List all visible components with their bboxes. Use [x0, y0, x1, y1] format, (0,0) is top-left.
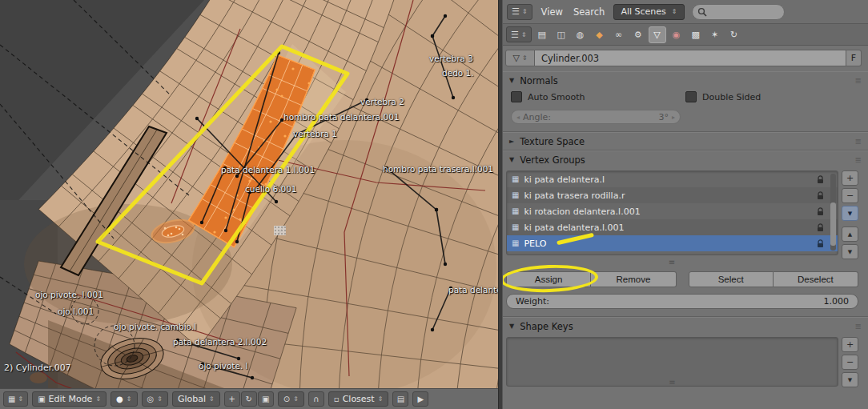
vgroup-icon: ▦	[512, 239, 519, 247]
lock-icon[interactable]	[816, 239, 825, 248]
panel-grip-icon[interactable]: ≣	[855, 76, 862, 85]
snap-mode-dropdown[interactable]: ▫ Closest ⇕	[328, 391, 389, 407]
lock-icon[interactable]	[816, 207, 825, 216]
3d-viewport[interactable]: vertebra 3 dedo 1. vertebra 2 hombro pat…	[0, 0, 498, 409]
pivot-point-dropdown[interactable]: ◎ ⇕	[142, 391, 168, 407]
remove-button[interactable]: Remove	[591, 271, 676, 287]
slider-left-arrow-icon[interactable]: ◂	[516, 114, 520, 121]
mode-dropdown[interactable]: ▣ Edit Mode ⇕	[32, 391, 106, 407]
remove-shape-key-button[interactable]: −	[842, 355, 858, 370]
angle-slider[interactable]: ◂ Angle: 3° ▸	[511, 110, 681, 124]
shape-keys-body: ≡ + − ▼	[503, 335, 868, 387]
texture-space-panel-header[interactable]: ► Texture Space ≣	[503, 133, 868, 150]
manipulator-group: + ↻ ▣	[224, 391, 274, 407]
add-shape-key-button[interactable]: +	[842, 337, 858, 352]
vertex-group-list: ▦ ki pata delantera.l ▦ ki pata trasera …	[506, 170, 838, 255]
move-group-up-button[interactable]: ▲	[842, 227, 858, 242]
tab-texture[interactable]: ▩	[687, 26, 705, 43]
manipulator-rotate-button[interactable]: ↻	[241, 391, 257, 407]
normals-panel-header[interactable]: ▼ Normals ≣	[503, 72, 868, 89]
tab-object[interactable]: ◆	[591, 26, 609, 43]
shape-keys-panel-header[interactable]: ▼ Shape Keys ≣	[503, 318, 868, 335]
snap-toggle-button[interactable]: ∩	[308, 391, 324, 407]
vertex-group-specials-button[interactable]: ▼	[842, 206, 858, 221]
panel-grip-icon[interactable]: ≣	[855, 322, 862, 331]
vertex-group-row[interactable]: ▦ ki rotacion delantera.l.001	[507, 203, 838, 219]
render-anim-button[interactable]: ▶	[412, 391, 428, 407]
weight-slider[interactable]: Weight: 1.000	[506, 294, 858, 309]
plus-icon: +	[846, 339, 854, 350]
remove-vertex-group-button[interactable]: −	[842, 188, 858, 203]
search-input[interactable]	[710, 6, 779, 17]
slider-right-arrow-icon[interactable]: ▸	[672, 114, 675, 121]
move-group-down-button[interactable]: ▼	[842, 244, 858, 259]
deselect-button[interactable]: Deselect	[774, 271, 858, 287]
tab-material[interactable]: ◉	[668, 26, 685, 43]
modifiers-wrench-icon: ⚙	[634, 30, 642, 40]
vertex-group-name: ki rotacion delantera.l.001	[524, 207, 640, 217]
tab-particles[interactable]: ✶	[706, 26, 724, 43]
magnet-icon: ∩	[313, 395, 319, 403]
tab-constraints[interactable]: ∞	[610, 26, 628, 43]
select-button[interactable]: Select	[689, 271, 774, 287]
panel-title: Normals	[520, 75, 558, 86]
tab-object-data[interactable]: ▽	[649, 26, 666, 43]
datablock-name-field[interactable]: Cylinder.003	[535, 50, 846, 66]
vertex-group-name: ki pata delantera.l	[524, 174, 605, 185]
render-image-button[interactable]: ▤	[392, 391, 408, 407]
vertex-group-row[interactable]: ▦ ki pata delantera.l	[507, 171, 838, 187]
editor-type-button[interactable]: ☰ ⇕	[506, 26, 532, 42]
menu-view[interactable]: View	[540, 6, 565, 18]
auto-smooth-checkbox[interactable]	[511, 91, 522, 102]
menu-search[interactable]: Search	[572, 6, 607, 18]
add-vertex-group-button[interactable]: +	[842, 170, 858, 186]
manipulator-scale-button[interactable]: ▣	[258, 391, 274, 407]
mesh-datablock-selector[interactable]: ▽ ⇕	[505, 50, 535, 66]
tab-scene[interactable]: ◫	[553, 26, 570, 43]
mesh-data-icon: ▽	[512, 53, 519, 63]
assign-button[interactable]: Assign	[506, 271, 591, 287]
render-icon: ▤	[537, 30, 545, 40]
transform-orientation-dropdown[interactable]: Global ⇕	[172, 391, 220, 407]
search-box[interactable]	[692, 4, 785, 20]
editor-type-button[interactable]: ☰ ⇕	[507, 4, 532, 20]
list-resize-grip[interactable]: ≡	[669, 379, 675, 386]
vertex-group-row-active[interactable]: ▦ PELO	[507, 235, 838, 251]
tab-modifiers[interactable]: ⚙	[629, 26, 647, 43]
texture-icon: ▩	[691, 30, 699, 40]
properties-body: ▽ ⇕ Cylinder.003 F ▼ Normals ≣ Auto Smoo…	[503, 46, 868, 409]
list-scrollbar-thumb[interactable]	[830, 202, 836, 246]
viewport-shading-dropdown[interactable]: ● ⇕	[111, 391, 137, 407]
vertex-group-row[interactable]: ▦ ki pata delantera.l.001	[507, 219, 838, 235]
vertex-group-actions: Assign Remove Select Deselect	[506, 271, 858, 287]
proportional-edit-dropdown[interactable]: ⊙ ⇕	[278, 391, 304, 407]
list-resize-grip[interactable]: ≡	[503, 259, 841, 267]
editor-type-button[interactable]: ▦ ⇕	[3, 391, 28, 407]
panel-grip-icon[interactable]: ≣	[855, 155, 862, 164]
vertex-group-row[interactable]: ▦ ki pata trasera rodilla.r	[507, 187, 838, 203]
panel-grip-icon[interactable]: ≣	[855, 137, 862, 146]
shape-key-specials-button[interactable]: ▼	[842, 372, 858, 387]
shape-key-list[interactable]: ≡	[506, 337, 838, 387]
tab-physics[interactable]: ↻	[725, 26, 743, 43]
collapse-arrow-icon: ▼	[509, 77, 514, 84]
properties-tabs: ☰ ⇕ ▤ ◫ ◍ ◆ ∞ ⚙ ▽ ◉ ▩ ✶ ↻	[503, 24, 868, 46]
annotation-pelo-mark	[557, 233, 594, 245]
list-scrollbar[interactable]	[830, 174, 836, 251]
fake-user-button[interactable]: F	[846, 50, 862, 66]
lock-icon[interactable]	[816, 175, 825, 184]
dropdown-arrows-icon: ⇕	[209, 395, 215, 403]
dropdown-arrows-icon: ⇕	[127, 395, 132, 403]
manipulator-translate-button[interactable]: +	[224, 391, 240, 407]
properties-header: ☰ ⇕ View Search All Scenes ⇕	[503, 0, 868, 24]
properties-editor-icon: ☰	[512, 6, 520, 17]
scene-filter-dropdown[interactable]: All Scenes ⇕	[613, 4, 684, 20]
lock-icon[interactable]	[816, 223, 825, 232]
tab-world[interactable]: ◍	[572, 26, 589, 43]
tab-render[interactable]: ▤	[533, 26, 551, 43]
snap-mode-label: Closest	[343, 394, 375, 404]
double-sided-checkbox[interactable]	[685, 91, 697, 102]
dropdown-arrows-icon: ⇕	[522, 54, 528, 62]
lock-icon[interactable]	[816, 191, 825, 200]
vertex-groups-panel-header[interactable]: ▼ Vertex Groups ≣	[503, 151, 868, 168]
